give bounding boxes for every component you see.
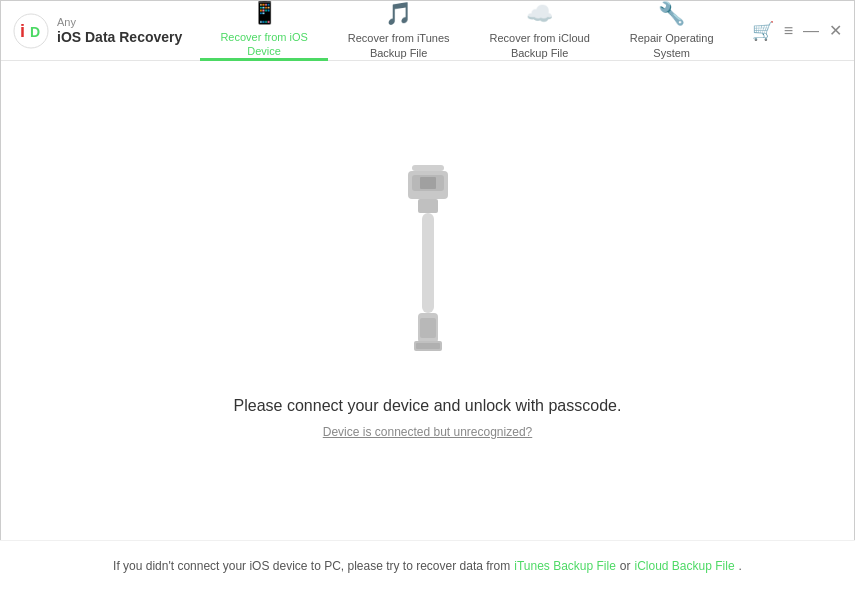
tab-itunes-backup[interactable]: 🎵 Recover from iTunes Backup File <box>328 1 470 61</box>
footer-suffix: . <box>739 559 742 573</box>
svg-text:D: D <box>30 24 40 40</box>
tab-ios-device-label: Recover from iOS Device <box>220 30 307 59</box>
svg-text:i: i <box>20 21 25 41</box>
footer: If you didn't connect your iOS device to… <box>0 540 855 590</box>
icloud-backup-link[interactable]: iCloud Backup File <box>635 559 735 573</box>
footer-separator: or <box>620 559 631 573</box>
svg-rect-10 <box>420 318 436 338</box>
tab-repair-label: Repair Operating System <box>630 31 714 60</box>
cable-illustration <box>368 163 488 367</box>
app-logo-icon: i D <box>13 13 49 49</box>
unrecognized-link[interactable]: Device is connected but unrecognized? <box>323 425 532 439</box>
logo-text: Any iOS Data Recovery <box>57 16 182 46</box>
nav-tabs: 📱 Recover from iOS Device 🎵 Recover from… <box>200 1 733 61</box>
window-controls: 🛒 ≡ — ✕ <box>752 22 842 40</box>
title-bar: i D Any iOS Data Recovery 📱 Recover from… <box>1 1 854 61</box>
tab-ios-device[interactable]: 📱 Recover from iOS Device <box>200 1 327 61</box>
svg-rect-12 <box>416 343 440 349</box>
tab-icloud-backup[interactable]: ☁️ Recover from iCloud Backup File <box>470 1 610 61</box>
connect-message: Please connect your device and unlock wi… <box>234 397 622 415</box>
logo-any: Any <box>57 16 182 29</box>
cloud-icon: ☁️ <box>526 1 553 27</box>
svg-rect-6 <box>420 177 436 189</box>
menu-button[interactable]: ≡ <box>784 23 793 39</box>
svg-rect-8 <box>422 213 434 313</box>
close-button[interactable]: ✕ <box>829 23 842 39</box>
music-icon: 🎵 <box>385 1 412 27</box>
minimize-button[interactable]: — <box>803 23 819 39</box>
svg-rect-3 <box>412 165 444 171</box>
tab-icloud-label: Recover from iCloud Backup File <box>490 31 590 60</box>
phone-icon: 📱 <box>251 0 278 26</box>
footer-prefix: If you didn't connect your iOS device to… <box>113 559 510 573</box>
app-name: iOS Data Recovery <box>57 29 182 46</box>
tab-itunes-label: Recover from iTunes Backup File <box>348 31 450 60</box>
svg-rect-7 <box>418 199 438 213</box>
itunes-backup-link[interactable]: iTunes Backup File <box>514 559 616 573</box>
tab-repair-os[interactable]: 🔧 Repair Operating System <box>610 1 734 61</box>
cart-button[interactable]: 🛒 <box>752 22 774 40</box>
main-content: Please connect your device and unlock wi… <box>1 61 854 541</box>
wrench-icon: 🔧 <box>658 1 685 27</box>
logo-area: i D Any iOS Data Recovery <box>13 13 182 49</box>
